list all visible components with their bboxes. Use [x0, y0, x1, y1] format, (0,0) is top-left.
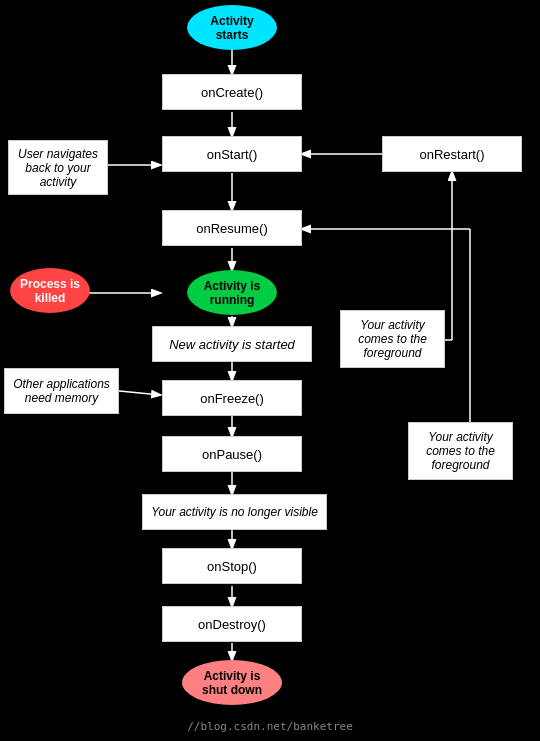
- foreground2-node: Your activity comes to the foreground: [408, 422, 513, 480]
- activity-running-node: Activity is running: [187, 270, 277, 315]
- user-navigates-node: User navigates back to your activity: [8, 140, 108, 195]
- onresume-node: onResume(): [162, 210, 302, 246]
- oncreate-node: onCreate(): [162, 74, 302, 110]
- onstop-node: onStop(): [162, 548, 302, 584]
- ondestroy-node: onDestroy(): [162, 606, 302, 642]
- onrestart-node: onRestart(): [382, 136, 522, 172]
- no-longer-visible-node: Your activity is no longer visible: [142, 494, 327, 530]
- activity-starts-node: Activity starts: [187, 5, 277, 50]
- onfreeze-node: onFreeze(): [162, 380, 302, 416]
- onpause-node: onPause(): [162, 436, 302, 472]
- onstart-node: onStart(): [162, 136, 302, 172]
- activity-shutdown-node: Activity is shut down: [182, 660, 282, 705]
- process-killed-node: Process is killed: [10, 268, 90, 313]
- watermark: //blog.csdn.net/banketree: [187, 720, 353, 733]
- new-activity-started-node: New activity is started: [152, 326, 312, 362]
- foreground1-node: Your activity comes to the foreground: [340, 310, 445, 368]
- other-apps-node: Other applications need memory: [4, 368, 119, 414]
